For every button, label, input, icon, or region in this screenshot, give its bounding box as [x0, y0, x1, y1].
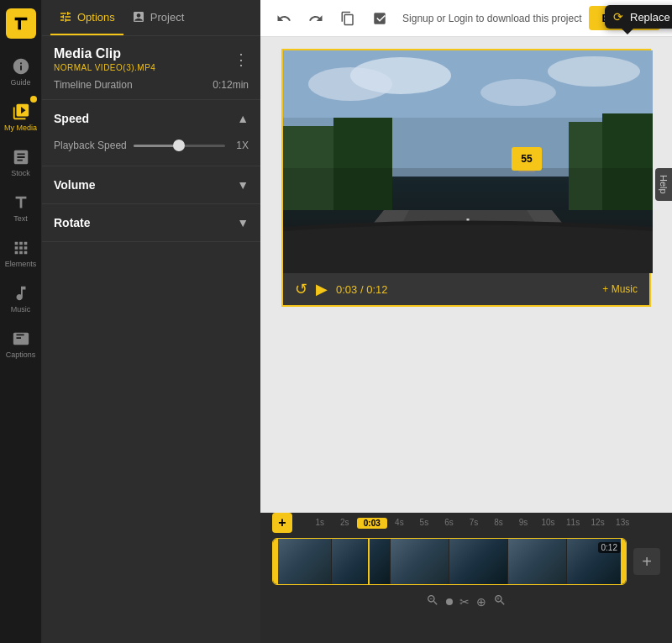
magnet-icon[interactable]: ⊕: [476, 595, 486, 609]
sidebar-item-text[interactable]: Text: [0, 185, 42, 230]
svg-text:55: 55: [521, 153, 533, 165]
music-button[interactable]: + Music: [602, 283, 638, 295]
speed-title: Speed: [54, 112, 89, 125]
notification-dot: [30, 96, 37, 103]
zoom-dot: [446, 598, 453, 605]
cut-icon[interactable]: ✂: [459, 595, 470, 609]
ruler-mark-11s: 11s: [560, 518, 585, 529]
timeline-ruler: + 1s 2s 0:03 4s 5s 6s 7s 8s 9s 10s 11s 1…: [260, 513, 672, 533]
timeline-zoom-row: ✂ ⊕: [260, 590, 672, 614]
rotate-arrow: ▼: [237, 216, 249, 229]
sidebar-item-stock[interactable]: Stock: [0, 140, 42, 185]
playback-speed-label: Playback Speed: [54, 140, 127, 151]
sidebar-item-my-media[interactable]: My Media: [0, 94, 42, 140]
track-thumb-3: [391, 539, 449, 584]
track-thumb-2: [332, 539, 391, 584]
timeline-tracks: 0:12 +: [260, 533, 672, 590]
sidebar-label-my-media: My Media: [4, 124, 37, 132]
svg-point-3: [350, 57, 451, 94]
top-toolbar: ⟳ Replace ⊞ ••• Signup or Login to downl…: [260, 0, 672, 37]
sidebar-item-elements[interactable]: Elements: [0, 230, 42, 276]
undo-button[interactable]: [272, 7, 296, 30]
app-logo[interactable]: [6, 8, 36, 39]
track-thumbnails: [273, 539, 626, 584]
video-preview-area: 55 ↺ ▶ 0:03 / 0:12 + Music: [260, 37, 672, 513]
zoom-in-button[interactable]: [493, 593, 507, 610]
rotate-header[interactable]: Rotate ▼: [42, 204, 260, 241]
volume-section: Volume ▼: [42, 166, 260, 204]
timeline-add-button[interactable]: +: [272, 513, 292, 533]
volume-arrow: ▼: [237, 178, 249, 192]
sidebar-item-guide[interactable]: Guide: [0, 49, 42, 94]
ruler-mark-7s: 7s: [461, 518, 486, 529]
timeline-area: + 1s 2s 0:03 4s 5s 6s 7s 8s 9s 10s 11s 1…: [260, 513, 672, 643]
copy-button[interactable]: [368, 7, 391, 30]
rotate-section: Rotate ▼: [42, 204, 260, 242]
sidebar-label-elements: Elements: [5, 260, 37, 268]
speed-arrow: ▲: [237, 112, 249, 125]
track-thumb-1: [273, 539, 332, 584]
clip-duration-value: 0:12min: [213, 79, 249, 91]
play-button[interactable]: ▶: [316, 280, 328, 298]
zoom-out-button[interactable]: [426, 593, 439, 610]
ruler-mark-1s: 1s: [307, 518, 333, 529]
restart-button[interactable]: ↺: [295, 280, 307, 298]
help-tab[interactable]: Help: [655, 168, 672, 201]
ruler-mark-10s: 10s: [536, 518, 561, 529]
ruler-mark-13s: 13s: [610, 518, 635, 529]
sidebar-item-music[interactable]: Music: [0, 276, 42, 321]
options-panel: Options Project Media Clip NORMAL VIDEO(…: [42, 0, 260, 643]
sidebar-label-stock: Stock: [11, 169, 30, 177]
svg-point-4: [480, 79, 556, 106]
sidebar-label-captions: Captions: [6, 350, 36, 359]
tab-options-label: Options: [77, 11, 115, 24]
ruler-mark-6s: 6s: [437, 518, 462, 529]
track-thumb-4: [449, 539, 508, 584]
ruler-mark-4s: 4s: [387, 518, 412, 529]
video-frame: 55: [283, 50, 653, 273]
track-playhead: [368, 539, 370, 584]
video-time: 0:03 / 0:12: [336, 283, 387, 296]
tab-options[interactable]: Options: [50, 0, 123, 35]
ruler-mark-12s: 12s: [585, 518, 611, 529]
ruler-mark-0:03: 0:03: [357, 518, 387, 529]
add-track-button[interactable]: +: [633, 548, 660, 575]
ruler-mark-8s: 8s: [486, 518, 512, 529]
svg-point-5: [548, 56, 640, 87]
timeline-ruler-marks: 1s 2s 0:03 4s 5s 6s 7s 8s 9s 10s 11s 12s…: [307, 518, 635, 529]
clip-duration-label: Timeline Duration: [54, 79, 133, 91]
video-track[interactable]: 0:12: [272, 538, 627, 585]
track-duration-badge: 0:12: [598, 542, 621, 553]
speed-content: Playback Speed 1X: [42, 137, 260, 166]
speed-header[interactable]: Speed ▲: [42, 100, 260, 137]
panel-tabs: Options Project: [42, 0, 260, 36]
toolbar-left: [272, 7, 391, 30]
sidebar-label-text: Text: [13, 214, 28, 223]
clip-subtitle: NORMAL VIDEO(3).MP4: [54, 63, 155, 72]
signup-text: Signup or Login to download this project: [402, 13, 581, 24]
speed-section: Speed ▲ Playback Speed 1X: [42, 100, 260, 166]
sidebar-label-guide: Guide: [10, 78, 30, 87]
redo-button[interactable]: [304, 7, 328, 30]
ruler-mark-9s: 9s: [511, 518, 536, 529]
volume-header[interactable]: Volume ▼: [42, 166, 260, 203]
tab-project[interactable]: Project: [123, 0, 192, 35]
track-thumb-5: [508, 539, 567, 584]
replace-button[interactable]: Replace: [630, 11, 670, 24]
duplicate-button[interactable]: [336, 7, 360, 30]
clip-header: Media Clip NORMAL VIDEO(3).MP4 ⋮ Timelin…: [42, 36, 260, 100]
main-area: ⟳ Replace ⊞ ••• Signup or Login to downl…: [260, 0, 672, 643]
track-left-handle[interactable]: [273, 539, 278, 584]
icon-sidebar: Guide My Media Stock Text Elements Music…: [0, 0, 42, 643]
sidebar-item-captions[interactable]: Captions: [0, 321, 42, 366]
playback-speed-slider[interactable]: [134, 137, 225, 154]
rotate-title: Rotate: [54, 216, 91, 229]
tab-project-label: Project: [150, 11, 184, 24]
sidebar-label-music: Music: [11, 305, 31, 314]
playback-speed-value: 1X: [232, 140, 249, 151]
clip-menu-button[interactable]: ⋮: [234, 50, 249, 69]
road-scene-svg: 55: [283, 50, 653, 273]
track-right-handle[interactable]: [621, 539, 626, 584]
volume-title: Volume: [54, 178, 96, 192]
video-container: 55 ↺ ▶ 0:03 / 0:12 + Music: [281, 49, 651, 307]
